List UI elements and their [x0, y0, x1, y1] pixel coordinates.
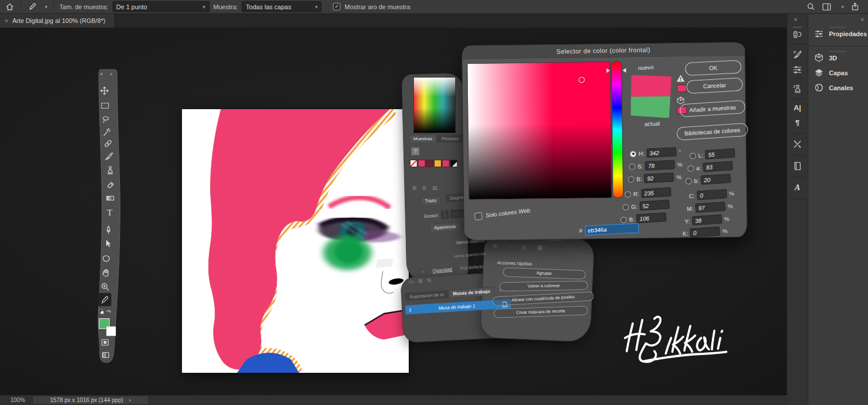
swatch-black-chip[interactable]	[450, 160, 458, 167]
hue-slider-arrow-left[interactable]	[606, 68, 610, 73]
s-input[interactable]	[645, 160, 676, 170]
screen-mode-icon[interactable]	[101, 350, 110, 360]
lasso-tool-icon[interactable]	[101, 115, 110, 124]
b2-radio[interactable]	[620, 217, 627, 223]
chevron-down-icon[interactable]: ▾	[841, 4, 844, 10]
web-colors-only-checkbox[interactable]	[474, 212, 482, 220]
expand-icon[interactable]: »	[110, 71, 113, 77]
close-icon[interactable]: ×	[5, 17, 8, 24]
color-field-marker[interactable]	[579, 76, 585, 83]
g-radio[interactable]	[622, 204, 629, 211]
chevron-down-icon[interactable]: ▾	[45, 4, 48, 10]
stroke-weight-stepper[interactable]: ⌃⌄	[441, 210, 448, 219]
close-icon[interactable]: ×	[100, 71, 103, 77]
saturation-field[interactable]	[467, 61, 612, 200]
hue-slider-arrow-right[interactable]	[622, 68, 626, 73]
hex-input[interactable]	[584, 223, 639, 235]
sample-size-dropdown[interactable]: De 1 punto ▾	[113, 1, 210, 12]
eraser-tool-icon[interactable]	[106, 180, 115, 190]
brush-tool-icon[interactable]	[104, 152, 114, 161]
zoom-tool-icon[interactable]	[100, 282, 110, 291]
a-input[interactable]	[703, 161, 733, 172]
add-to-swatches-button[interactable]: Añadir a muestras	[680, 100, 746, 117]
k-input[interactable]	[690, 226, 720, 237]
document-tab[interactable]: × Arte Digital.jpg al 100% (RGB/8*)	[0, 14, 115, 28]
document-info[interactable]: 1578 px x 1016 px (144 ppp) ›	[33, 396, 148, 404]
r-radio[interactable]	[625, 191, 631, 198]
clone-source-panel-icon[interactable]	[787, 84, 808, 94]
share-icon[interactable]	[850, 2, 860, 12]
b-input[interactable]	[644, 172, 675, 183]
character-panel-icon[interactable]: A|	[787, 103, 808, 112]
glyphs-panel-icon[interactable]: A	[787, 183, 808, 192]
grid-icon[interactable]: ⊞	[418, 278, 423, 284]
healing-brush-tool-icon[interactable]	[103, 139, 113, 148]
pen-tool-icon[interactable]	[104, 225, 113, 234]
cancel-button[interactable]: Cancelar	[686, 78, 743, 94]
more-options-icon[interactable]: …	[568, 244, 575, 250]
move-tool-icon[interactable]	[100, 86, 109, 95]
r-input[interactable]	[641, 187, 672, 198]
dialog-titlebar[interactable]: Selector de color (color frontal)	[462, 43, 745, 59]
sample-dropdown[interactable]: Todas las capas ▾	[242, 1, 321, 12]
quick-action-recolorear[interactable]: Volver a colorear	[499, 281, 588, 292]
a-radio[interactable]	[687, 165, 694, 172]
y-input[interactable]	[692, 214, 722, 225]
swatch-pink-chip-2[interactable]	[442, 160, 450, 167]
tab-trazo[interactable]: Trazo	[420, 196, 441, 205]
panel-item-canales[interactable]: Canales	[814, 83, 853, 92]
color-spectrum-panel[interactable]	[413, 77, 456, 133]
libraries-panel-icon[interactable]	[787, 161, 808, 171]
color-libraries-button[interactable]: Bibliotecas de colores	[676, 123, 748, 141]
l-input[interactable]	[705, 148, 735, 159]
b-radio[interactable]	[628, 176, 635, 183]
swatch-pink-chip[interactable]	[418, 160, 425, 167]
collapse-panels-icon[interactable]: «	[861, 16, 863, 22]
hand-tool-icon[interactable]	[101, 268, 110, 277]
rect-icon[interactable]: ▭	[409, 279, 414, 285]
eyedropper-tool-icon-active[interactable]	[100, 295, 109, 304]
hue-slider[interactable]	[611, 61, 623, 198]
swatches-panel-footer-icons[interactable]: ⊞ ⧉ ▤	[412, 185, 439, 191]
type-tool-icon[interactable]: T	[105, 208, 114, 217]
panel-item-3d[interactable]: 3D	[814, 53, 837, 63]
gradient-tool-icon[interactable]	[106, 194, 115, 203]
lab-b-input[interactable]	[701, 173, 731, 184]
tool-presets-panel-icon[interactable]	[787, 139, 808, 149]
clone-stamp-tool-icon[interactable]	[106, 166, 115, 175]
tab-muestras[interactable]: Muestras	[409, 134, 437, 142]
magic-wand-tool-icon[interactable]	[102, 128, 111, 137]
brush-settings-panel-icon[interactable]	[787, 30, 808, 40]
lab-b-radio[interactable]	[685, 178, 692, 184]
background-color-swatch[interactable]	[106, 326, 116, 336]
zoom-level[interactable]: 100%	[0, 397, 33, 403]
web-color-cube-icon[interactable]	[676, 96, 685, 105]
marquee-tool-icon[interactable]	[100, 101, 110, 110]
swatch-question-chip[interactable]: ?	[411, 147, 420, 156]
fx-icon[interactable]: fx.	[427, 277, 433, 284]
artwork-canvas[interactable]	[182, 109, 409, 373]
link-icon[interactable]: ‹›	[421, 269, 425, 274]
quick-mask-icon[interactable]	[100, 338, 110, 347]
swatch-yellow-chip[interactable]	[434, 160, 441, 167]
g-input[interactable]	[639, 200, 669, 211]
default-swap-colors-icon[interactable]	[99, 309, 111, 316]
h-input[interactable]	[646, 147, 677, 157]
h-radio[interactable]	[630, 151, 637, 157]
status-chevron-icon[interactable]: ›	[129, 397, 131, 403]
panel-item-capas[interactable]: Capas	[814, 68, 848, 78]
panel-item-propiedades[interactable]: Propiedades	[814, 29, 867, 38]
direct-selection-tool-icon[interactable]	[103, 239, 112, 248]
properties-sliders-icon[interactable]	[787, 64, 808, 75]
s-radio[interactable]	[629, 163, 636, 170]
swatch-maroon-chip[interactable]	[426, 160, 433, 167]
ellipse-tool-icon[interactable]	[102, 254, 111, 263]
show-ring-checkbox[interactable]: ✓	[333, 3, 340, 10]
ok-button[interactable]: OK	[685, 60, 742, 76]
c-input[interactable]	[697, 189, 727, 200]
brushes-panel-icon[interactable]	[787, 49, 808, 60]
swatch-none-chip[interactable]	[410, 160, 417, 167]
collapse-dock-icon[interactable]: «	[794, 16, 797, 22]
gamut-warning-icon[interactable]	[676, 74, 685, 82]
b2-input[interactable]	[637, 213, 667, 223]
